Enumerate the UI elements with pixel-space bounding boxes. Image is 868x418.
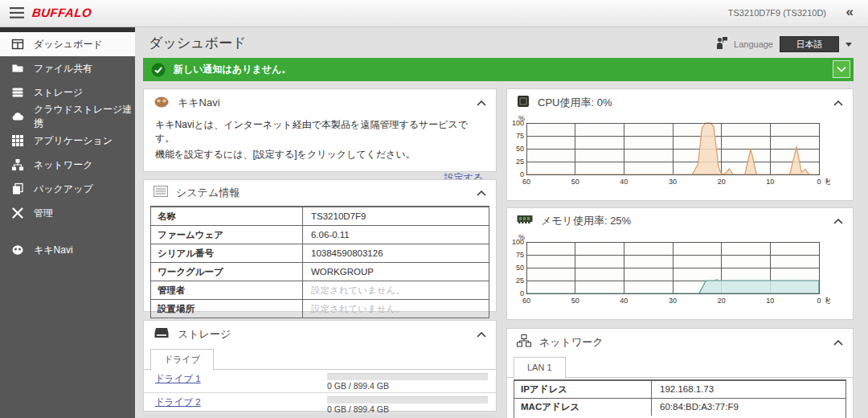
svg-text:75: 75 xyxy=(516,251,524,259)
drive-list: ドライブ 1 0 GB / 899.4 GB ドライブ 2 0 GB / 899… xyxy=(144,370,496,416)
tab-drive[interactable]: ドライブ xyxy=(150,349,214,371)
storage-card-title: ストレージ xyxy=(178,327,231,342)
cloud-icon xyxy=(11,110,24,123)
svg-text:10: 10 xyxy=(766,297,774,305)
svg-text:30: 30 xyxy=(669,297,677,305)
drive-link[interactable]: ドライブ 1 xyxy=(155,373,201,385)
apps-icon xyxy=(11,134,24,147)
svg-text:秒: 秒 xyxy=(825,178,831,186)
topbar: BUFFALO TS3210D7F9 (TS3210D) « xyxy=(0,0,868,27)
system-info-table: 名称 TS3210D7F9 ファームウェア 6.06-0.11 シリアル番号 1… xyxy=(150,206,489,318)
notification-expand-button[interactable] xyxy=(833,60,850,78)
dashboard-icon xyxy=(11,38,24,51)
memory-usage-chart: %02550751006050403020100秒 xyxy=(509,232,830,311)
table-row: ファームウェア 6.06-0.11 xyxy=(151,225,489,244)
kikinavi-icon xyxy=(11,244,24,256)
kikinavi-card: キキNavi キキNaviとは、インターネット経由で本製品を遠隔管理するサービス… xyxy=(143,88,497,172)
sidebar-item-backup[interactable]: バックアップ xyxy=(0,177,135,201)
drive-row: ドライブ 2 0 GB / 899.4 GB xyxy=(144,393,496,416)
language-selector: Language 日本語 xyxy=(716,36,852,52)
svg-text:25: 25 xyxy=(516,277,524,285)
sidebar-item-admin[interactable]: 管理 xyxy=(0,201,135,225)
sidebar-item-kikinavi[interactable]: キキNavi xyxy=(0,238,135,262)
svg-text:100: 100 xyxy=(512,238,524,246)
memory-usage-title: メモリ使用率: 25% xyxy=(541,214,631,228)
network-card: ネットワーク LAN 1 IPアドレス 192.168.1.73 MACアドレス… xyxy=(506,328,854,418)
notification-message: 新しい通知はありません。 xyxy=(174,63,291,76)
menu-icon[interactable] xyxy=(10,7,24,22)
table-row: 設置場所 設定されていません。 xyxy=(151,299,489,318)
notification-bar: 新しい通知はありません。 xyxy=(143,58,854,81)
kikinavi-description-line1: キキNaviとは、インターネット経由で本製品を遠隔管理するサービスです。 xyxy=(155,118,485,146)
chevron-up-icon[interactable] xyxy=(833,100,843,106)
chevron-up-icon[interactable] xyxy=(477,100,486,106)
kikinavi-mascot-icon xyxy=(154,95,170,111)
svg-text:40: 40 xyxy=(620,178,628,186)
svg-text:秒: 秒 xyxy=(825,297,831,305)
sidebar-item-network[interactable]: ネットワーク xyxy=(0,153,135,177)
sidebar-item-storage[interactable]: ストレージ xyxy=(0,80,135,104)
storage-tab-bar: ドライブ xyxy=(144,348,496,370)
cpu-usage-card: CPU使用率: 0% %02550751006050403020100秒 xyxy=(506,88,854,201)
system-info-card: システム情報 名称 TS3210D7F9 ファームウェア 6.06-0.11 シ… xyxy=(143,179,497,312)
main-content: ダッシュボード Language 日本語 新しい通知はありません。 キキNavi xyxy=(135,27,868,418)
sidebar-item-file-sharing[interactable]: ファイル共有 xyxy=(0,56,135,80)
cpu-usage-title: CPU使用率: 0% xyxy=(538,96,612,110)
cpu-chip-icon xyxy=(517,95,530,111)
sidebar-item-applications[interactable]: アプリケーション xyxy=(0,129,135,153)
network-card-title: ネットワーク xyxy=(539,335,604,350)
sidebar-item-dashboard[interactable]: ダッシュボード xyxy=(0,32,135,56)
svg-text:60: 60 xyxy=(522,178,530,186)
table-row: 名称 TS3210D7F9 xyxy=(151,207,489,225)
collapse-panel-icon[interactable]: « xyxy=(846,4,854,20)
chevron-up-icon[interactable] xyxy=(833,340,843,346)
storage-icon xyxy=(11,86,24,99)
table-row: ワークグループ WORKGROUP xyxy=(151,262,489,281)
table-row: 管理者 設定されていません。 xyxy=(151,281,489,299)
network-tab-bar: LAN 1 xyxy=(507,356,853,378)
caret-down-icon[interactable] xyxy=(845,43,852,47)
svg-text:0: 0 xyxy=(817,178,821,186)
chevron-up-icon[interactable] xyxy=(833,219,843,224)
drive-usage-bar xyxy=(327,396,488,404)
svg-text:50: 50 xyxy=(516,264,524,272)
folder-icon xyxy=(11,62,24,75)
table-row: IPアドレス 192.168.1.73 xyxy=(514,380,845,398)
drive-usage-text: 0 GB / 899.4 GB xyxy=(327,381,389,391)
tab-lan1[interactable]: LAN 1 xyxy=(514,357,566,379)
svg-text:50: 50 xyxy=(571,297,579,305)
network-icon xyxy=(11,158,24,171)
sidebar-item-cloud-storage[interactable]: クラウドストレージ連携 xyxy=(0,104,135,129)
drive-icon xyxy=(154,326,170,342)
kikinavi-description-line2: 機能を設定するには、[設定する]をクリックしてください。 xyxy=(155,148,485,162)
language-label: Language xyxy=(734,39,773,49)
chevron-up-icon[interactable] xyxy=(477,191,486,196)
table-row: シリアル番号 10384590803126 xyxy=(151,244,489,262)
system-info-icon xyxy=(154,186,168,200)
check-icon xyxy=(151,63,166,77)
language-select-button[interactable]: 日本語 xyxy=(780,36,839,52)
buffalo-logo: BUFFALO xyxy=(31,6,92,19)
drive-usage-text: 0 GB / 899.4 GB xyxy=(327,404,389,414)
drive-link[interactable]: ドライブ 2 xyxy=(155,396,201,408)
svg-text:100: 100 xyxy=(512,119,524,127)
drive-row: ドライブ 1 0 GB / 899.4 GB xyxy=(144,370,496,393)
sidebar-top-strip xyxy=(0,27,135,32)
network-hub-icon xyxy=(517,334,531,350)
sidebar: ダッシュボード ファイル共有 ストレージ クラウドストレージ連携 アプリケーショ… xyxy=(0,27,135,418)
device-name: TS3210D7F9 (TS3210D) xyxy=(728,8,826,18)
backup-icon xyxy=(11,182,24,195)
svg-text:20: 20 xyxy=(718,178,726,186)
svg-text:30: 30 xyxy=(669,178,677,186)
page-title: ダッシュボード xyxy=(149,34,246,52)
chevron-up-icon[interactable] xyxy=(477,332,486,338)
memory-usage-card: メモリ使用率: 25% %02550751006050403020100秒 xyxy=(506,207,854,320)
network-info-table: IPアドレス 192.168.1.73 MACアドレス 60:84:BD:A3:… xyxy=(514,379,846,416)
kikinavi-card-title: キキNavi xyxy=(178,96,220,110)
language-icon xyxy=(716,36,727,52)
svg-text:60: 60 xyxy=(522,297,530,305)
svg-text:75: 75 xyxy=(516,132,524,140)
tools-icon xyxy=(11,207,24,219)
svg-text:50: 50 xyxy=(516,145,524,153)
memory-icon xyxy=(517,214,533,228)
